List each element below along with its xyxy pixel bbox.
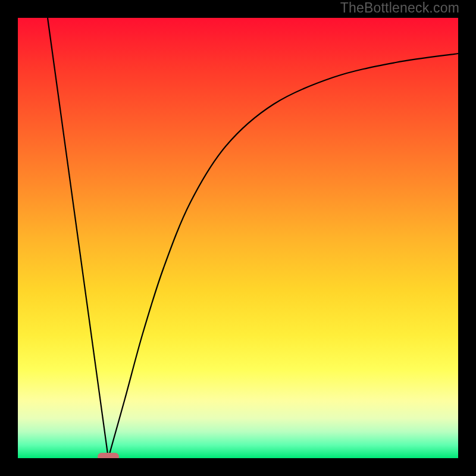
- chart-frame: TheBottleneck.com: [0, 0, 476, 476]
- bottleneck-curve: [18, 18, 458, 458]
- optimal-marker: [98, 453, 119, 459]
- plot-area: [18, 18, 458, 458]
- curve-path-right: [108, 54, 458, 458]
- curve-path-left: [48, 18, 108, 458]
- watermark-text: TheBottleneck.com: [340, 0, 459, 16]
